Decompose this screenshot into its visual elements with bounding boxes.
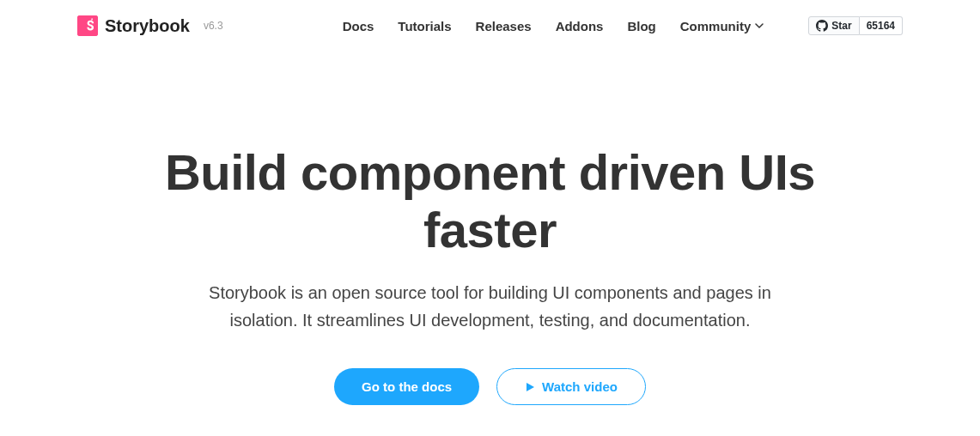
github-icon: [816, 20, 828, 32]
hero-title: Build component driven UIs faster: [164, 144, 817, 258]
watch-video-button[interactable]: Watch video: [496, 368, 646, 405]
nav-tutorials[interactable]: Tutorials: [398, 19, 451, 33]
github-star-count[interactable]: 65164: [860, 16, 903, 35]
site-header: Storybook v6.3 Docs Tutorials Releases A…: [0, 0, 980, 51]
nav-blog[interactable]: Blog: [627, 19, 655, 33]
nav-docs[interactable]: Docs: [343, 19, 374, 33]
github-star-group: Star 65164: [808, 16, 903, 35]
nav-community-dropdown[interactable]: Community: [680, 19, 764, 33]
hero-section: Build component driven UIs faster Storyb…: [164, 51, 817, 405]
header-inner: Storybook v6.3 Docs Tutorials Releases A…: [0, 15, 980, 36]
github-star-label: Star: [831, 20, 851, 32]
version-label: v6.3: [204, 20, 223, 32]
main-nav: Docs Tutorials Releases Addons Blog Comm…: [343, 16, 903, 35]
logo-group[interactable]: Storybook v6.3: [77, 15, 223, 36]
storybook-logo-icon: [77, 15, 98, 36]
nav-community-label: Community: [680, 19, 752, 33]
watch-video-label: Watch video: [542, 379, 618, 394]
brand-name: Storybook: [105, 16, 190, 36]
github-star-button[interactable]: Star: [808, 16, 859, 35]
nav-addons[interactable]: Addons: [556, 19, 604, 33]
chevron-down-icon: [755, 21, 764, 30]
hero-buttons: Go to the docs Watch video: [164, 368, 817, 405]
play-icon: [525, 382, 535, 392]
hero-subtitle: Storybook is an open source tool for bui…: [164, 279, 817, 334]
nav-releases[interactable]: Releases: [476, 19, 532, 33]
svg-rect-0: [77, 15, 98, 36]
go-to-docs-button[interactable]: Go to the docs: [334, 368, 479, 405]
